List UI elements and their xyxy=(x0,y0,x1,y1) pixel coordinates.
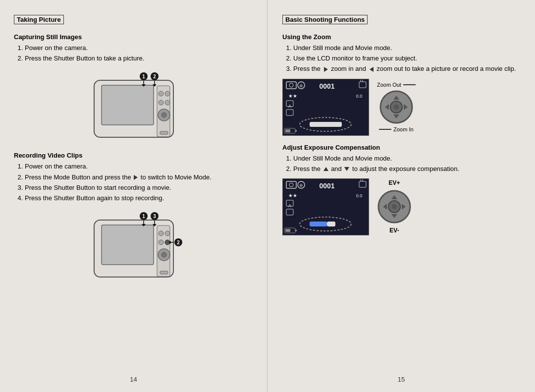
step-item: Press the Shutter Button to start record… xyxy=(25,183,253,192)
svg-rect-85 xyxy=(285,229,290,232)
svg-rect-57 xyxy=(295,130,297,132)
right-section-title: Basic Shooting Functions xyxy=(282,15,368,24)
zoom-out-line xyxy=(403,84,416,85)
svg-point-65 xyxy=(394,105,399,110)
svg-text:A: A xyxy=(288,104,291,109)
svg-rect-9 xyxy=(160,131,168,134)
left-page: Taking Picture Capturing Still Images Po… xyxy=(0,0,268,392)
adjust-exposure-title: Adjust Exposure Compensation xyxy=(282,144,521,151)
zoom-control: Zoom Out Zoom In xyxy=(377,82,416,132)
svg-point-6 xyxy=(165,100,170,105)
svg-text:1: 1 xyxy=(142,74,145,79)
svg-text:0.0: 0.0 xyxy=(356,193,363,198)
step-item: Press the and to adjust the exposure com… xyxy=(293,165,521,173)
svg-point-8 xyxy=(161,112,166,117)
svg-text:1: 1 xyxy=(142,214,145,219)
svg-text:2: 2 xyxy=(153,74,156,79)
zoom-in-line xyxy=(379,129,391,130)
zoom-in-label: Zoom In xyxy=(393,126,413,132)
svg-point-4 xyxy=(165,91,170,96)
recording-video-clips-steps: Power on the camera. Press the Mode Butt… xyxy=(14,162,253,203)
step-item: Press the zoom in and zoom out to take a… xyxy=(293,64,521,73)
camera-diagram-1: 1 2 xyxy=(14,68,253,145)
left-section-title: Taking Picture xyxy=(14,15,64,24)
svg-point-23 xyxy=(159,240,163,245)
svg-point-92 xyxy=(392,204,397,209)
step-item: Under Still Mode and Movie mode. xyxy=(293,154,521,163)
zoom-out-label: Zoom Out xyxy=(377,82,401,88)
ev-minus-label: EV- xyxy=(389,227,399,234)
svg-text:⊗: ⊗ xyxy=(299,183,303,188)
svg-text:0.0: 0.0 xyxy=(356,94,363,99)
ev-control: EV+ EV- xyxy=(377,179,412,234)
right-page: Basic Shooting Functions Using the Zoom … xyxy=(268,0,535,392)
svg-point-3 xyxy=(159,91,163,96)
svg-text:3: 3 xyxy=(153,214,156,219)
camera-diagram-2: 1 3 2 xyxy=(14,208,253,284)
ev-lcd-diagram: ⊗ 0001 ★★ A 0.0 EV+ xyxy=(282,178,521,235)
svg-rect-84 xyxy=(295,229,297,231)
left-page-number: 14 xyxy=(130,376,137,383)
right-arrow-icon xyxy=(324,67,328,72)
svg-point-22 xyxy=(165,231,170,236)
adjust-exposure-steps: Under Still Mode and Movie mode. Press t… xyxy=(282,154,521,173)
svg-point-5 xyxy=(159,100,163,105)
using-zoom-steps: Under Still mode and Movie mode. Use the… xyxy=(282,44,521,74)
svg-text:2: 2 xyxy=(177,240,180,245)
svg-rect-19 xyxy=(102,225,154,265)
svg-rect-27 xyxy=(160,271,168,274)
svg-text:0001: 0001 xyxy=(319,182,334,190)
step-item: Use the LCD monitor to frame your subjec… xyxy=(293,54,521,63)
svg-rect-81 xyxy=(310,222,327,226)
step-item: Press the Shutter Button to take a pictu… xyxy=(25,54,253,63)
svg-rect-1 xyxy=(102,85,154,125)
step-item: Power on the camera. xyxy=(25,162,253,171)
svg-point-21 xyxy=(159,231,163,236)
zoom-wheel-svg xyxy=(379,90,414,124)
recording-video-clips-title: Recording Video Clips xyxy=(14,152,253,159)
right-page-number: 15 xyxy=(398,376,405,383)
using-zoom-title: Using the Zoom xyxy=(282,33,521,41)
svg-rect-55 xyxy=(310,122,342,127)
step-item: Press the Shutter Button again to stop r… xyxy=(25,194,253,203)
svg-point-26 xyxy=(161,252,166,257)
step-item: Press the Mode Button and press the to s… xyxy=(25,173,253,182)
down-arrow-icon xyxy=(344,167,349,171)
svg-text:★★: ★★ xyxy=(288,193,297,198)
step-item: Under Still mode and Movie mode. xyxy=(293,44,521,53)
capturing-still-images-steps: Power on the camera. Press the Shutter B… xyxy=(14,44,253,63)
up-arrow-icon xyxy=(323,167,328,171)
capturing-still-images-title: Capturing Still Images xyxy=(14,33,253,41)
svg-text:A: A xyxy=(288,203,291,208)
svg-text:⊗: ⊗ xyxy=(299,83,303,88)
left-arrow-icon xyxy=(370,67,374,72)
svg-rect-82 xyxy=(327,222,335,226)
svg-text:★★: ★★ xyxy=(288,93,297,99)
ev-wheel-svg xyxy=(377,189,412,224)
step-item: Power on the camera. xyxy=(25,44,253,53)
zoom-lcd-diagram: ⊗ 0001 ★★ A 0.0 xyxy=(282,79,521,136)
svg-text:0001: 0001 xyxy=(319,82,334,90)
svg-rect-58 xyxy=(285,129,290,132)
ev-plus-label: EV+ xyxy=(388,179,400,186)
